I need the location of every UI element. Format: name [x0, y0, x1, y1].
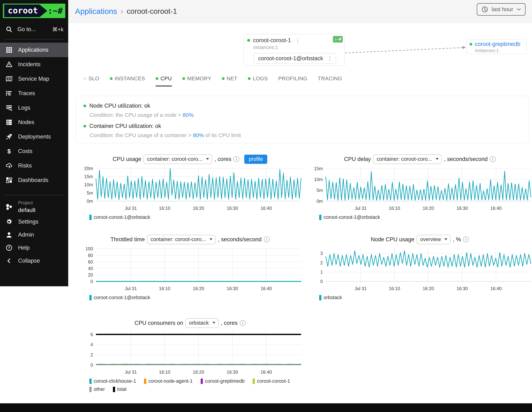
tab-cpu[interactable]: CPU — [156, 75, 172, 86]
svg-text:$: $ — [7, 148, 11, 154]
svg-text:100: 100 — [86, 246, 93, 251]
tab-label: SLO — [88, 75, 99, 82]
info-icon[interactable]: i — [240, 320, 246, 326]
chart-unit: , seconds/second — [218, 236, 261, 243]
upstream-app-link[interactable]: coroot-greptimedb — [475, 41, 520, 47]
chart-legend: coroot-coroot-1@orbstack — [319, 215, 532, 220]
goto-search[interactable]: Go to... ⌘+k — [5, 26, 64, 33]
svg-text:16:30: 16:30 — [227, 206, 238, 211]
node-selector-dropdown[interactable]: orbstack — [185, 318, 218, 328]
selector-value: container: coroot-coro... — [151, 236, 206, 242]
tab-logs[interactable]: LOGS — [248, 75, 268, 86]
tab-slo[interactable]: SLO — [84, 75, 99, 86]
legend-label: coroot-coroot-1@orbstack — [94, 295, 150, 300]
legend-label: coroot-coroot-1@orbstack — [323, 215, 380, 220]
condition-text: of its CPU limit — [204, 132, 241, 138]
legend-item-orbstack[interactable]: orbstack — [319, 295, 342, 300]
sidebar-item-traces[interactable]: Traces — [0, 86, 68, 101]
time-range-picker[interactable]: last hour — [477, 3, 525, 16]
series-selector-dropdown[interactable]: container: coroot-coro... — [143, 154, 212, 164]
tab-tracing[interactable]: TRACING — [318, 75, 342, 86]
check-title: Node CPU utilization: ok — [89, 103, 150, 109]
svg-text:60: 60 — [88, 259, 93, 264]
tab-instances[interactable]: INSTANCES — [110, 75, 145, 86]
svg-text:16:10: 16:10 — [389, 206, 400, 211]
threshold-link[interactable]: 80% — [183, 112, 194, 118]
tab-label: NET — [227, 75, 238, 82]
series-selector-dropdown[interactable]: container: coroot-coro... — [373, 154, 442, 164]
sidebar-footer-menu: SettingsAdmin?HelpCollapse — [0, 215, 68, 267]
svg-text:2: 2 — [320, 260, 323, 265]
chart-title: CPU delay — [344, 156, 371, 162]
service-map-icon — [5, 75, 13, 83]
chart-title: CPU consumers on — [134, 320, 183, 326]
sidebar-item-admin[interactable]: Admin — [0, 228, 68, 241]
chart-unit: , cores — [221, 320, 238, 326]
sidebar-divider — [4, 39, 64, 39]
legend-swatch — [319, 295, 321, 300]
legend-item-coroot-node-agent-1[interactable]: coroot-node-agent-1 — [144, 378, 193, 384]
breadcrumb-applications-link[interactable]: Applications — [75, 7, 117, 16]
apps-grid-icon — [5, 46, 13, 54]
tab-memory[interactable]: MEMORY — [182, 75, 211, 86]
tab-label: LOGS — [253, 75, 268, 82]
legend-item-coroot-coroot-1-orbstack[interactable]: coroot-coroot-1@orbstack — [319, 215, 380, 220]
costs-dollar-icon: $ — [5, 148, 13, 155]
legend-item-coroot-clickhouse-1[interactable]: coroot-clickhouse-1 — [89, 378, 136, 384]
sidebar-item-logs[interactable]: Logs — [0, 101, 68, 115]
info-icon[interactable]: i — [264, 237, 270, 242]
series-selector-dropdown[interactable]: container: coroot-coro... — [147, 235, 216, 244]
tab-profiling[interactable]: PROFILING — [278, 75, 307, 86]
legend-swatch — [89, 295, 92, 300]
sidebar-item-incidents[interactable]: Incidents — [0, 57, 68, 72]
threshold-link[interactable]: 80% — [193, 132, 204, 138]
sidebar-item-settings[interactable]: Settings — [0, 215, 68, 228]
legend-item-coroot-coroot-1[interactable]: coroot-coroot-1 — [253, 378, 290, 384]
sidebar-item-dashboards[interactable]: Dashboards — [0, 173, 68, 187]
chart-legend: coroot-clickhouse-1coroot-node-agent-1co… — [89, 378, 302, 392]
tab-label: MEMORY — [187, 75, 211, 82]
service-map-upstream-card[interactable]: coroot-greptimedb instances:1 — [466, 39, 527, 54]
tab-status-dot-green — [222, 77, 225, 80]
instance-chip[interactable]: coroot-coroot-1@orbstack ⋮ — [254, 53, 336, 64]
info-icon[interactable]: i — [463, 237, 469, 242]
profile-button[interactable]: profile — [244, 155, 267, 164]
sidebar-item-nodes[interactable]: Nodes — [0, 115, 68, 130]
info-icon[interactable]: i — [233, 156, 239, 162]
tab-status-dot-green — [110, 77, 113, 80]
svg-text:16:10: 16:10 — [389, 286, 400, 291]
sidebar-item-help[interactable]: ?Help — [0, 241, 68, 254]
legend-item-coroot-greptimedb[interactable]: coroot-greptimedb — [201, 378, 245, 384]
sidebar-item-costs[interactable]: $Costs — [0, 144, 68, 159]
service-map-app-card[interactable]: coroot-coroot-1 ⋮ :~# instances:1 coroot… — [243, 34, 345, 66]
legend-swatch — [201, 379, 203, 384]
legend-item-total[interactable]: total — [113, 386, 126, 392]
coroot-logo[interactable]: coroot :~# — [3, 4, 65, 18]
svg-text:0m: 0m — [87, 199, 93, 204]
svg-text:16:40: 16:40 — [261, 286, 272, 291]
series-selector-dropdown[interactable]: overview — [417, 235, 451, 244]
sidebar-item-risks[interactable]: Risks — [0, 159, 68, 173]
legend-swatch — [89, 379, 92, 384]
sidebar-item-applications[interactable]: Applications — [0, 43, 68, 57]
sidebar-item-collapse[interactable]: Collapse — [0, 254, 68, 267]
help-icon: ? — [5, 244, 13, 251]
sidebar-item-deployments[interactable]: Deployments — [0, 130, 68, 144]
legend-item-other[interactable]: other — [89, 386, 105, 392]
selector-value: container: coroot-coro... — [377, 156, 432, 162]
project-label: Project — [18, 200, 36, 206]
svg-text:6: 6 — [90, 332, 93, 337]
legend-item-coroot-coroot-1-orbstack[interactable]: coroot-coroot-1@orbstack — [89, 295, 150, 300]
tab-net[interactable]: NET — [222, 75, 238, 86]
legend-item-coroot-coroot-1-orbstack[interactable]: coroot-coroot-1@orbstack — [89, 215, 150, 220]
kebab-menu-icon[interactable]: ⋮ — [294, 37, 302, 44]
sidebar-item-service-map[interactable]: Service Map — [0, 72, 68, 86]
info-icon[interactable]: i — [490, 156, 496, 162]
svg-text:2: 2 — [90, 352, 93, 357]
chart-cpu-consumers: CPU consumers on orbstack , cores i Jul … — [78, 318, 302, 392]
goto-label: Go to... — [17, 26, 48, 33]
kebab-menu-icon[interactable]: ⋮ — [326, 55, 334, 62]
svg-text:16:10: 16:10 — [159, 369, 171, 375]
footer-bar — [0, 403, 532, 412]
sidebar-item-project[interactable]: Project default — [0, 195, 68, 215]
